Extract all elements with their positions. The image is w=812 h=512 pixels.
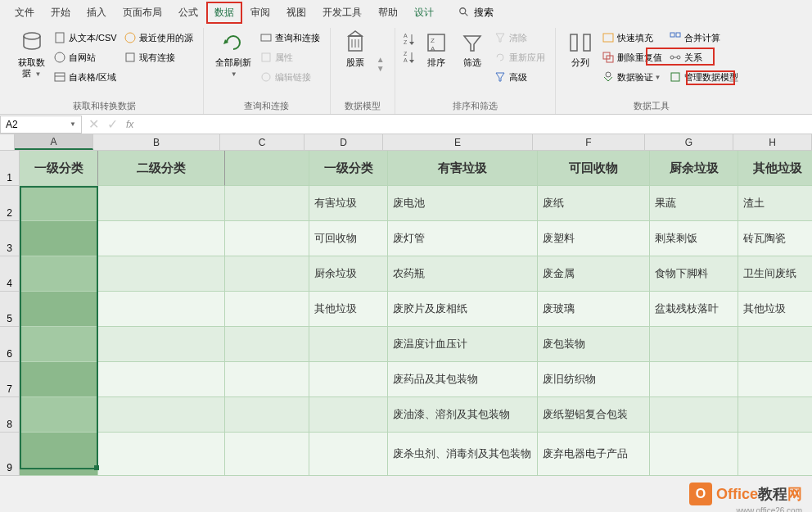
properties-button[interactable]: 属性 bbox=[256, 49, 323, 66]
cell-C8[interactable] bbox=[225, 397, 309, 433]
tab-pagelayout[interactable]: 页面布局 bbox=[115, 2, 170, 24]
cell-B8[interactable] bbox=[98, 397, 225, 433]
row-header-8[interactable]: 8 bbox=[0, 397, 20, 433]
cell-E6[interactable]: 废温度计血压计 bbox=[388, 327, 538, 362]
cell-H6[interactable] bbox=[738, 327, 812, 362]
cell-C6[interactable] bbox=[225, 327, 309, 362]
cell-B1[interactable]: 二级分类 bbox=[98, 151, 225, 186]
confirm-icon[interactable]: ✓ bbox=[107, 116, 118, 132]
consolidate-button[interactable]: 合并计算 bbox=[665, 29, 742, 46]
cell-D1[interactable]: 一级分类 bbox=[309, 151, 388, 186]
row-header-6[interactable]: 6 bbox=[0, 327, 20, 362]
tab-help[interactable]: 帮助 bbox=[370, 2, 406, 24]
cell-E9[interactable]: 废杀虫剂、消毒剂及其包装物 bbox=[388, 433, 538, 476]
data-validation-button[interactable]: 数据验证 ▼ bbox=[598, 69, 665, 85]
sort-za-button[interactable]: ZA bbox=[402, 49, 418, 66]
tab-file[interactable]: 文件 bbox=[7, 2, 43, 24]
cell-H7[interactable] bbox=[738, 362, 812, 397]
cell-E1[interactable]: 有害垃圾 bbox=[388, 151, 538, 186]
cell-A4[interactable] bbox=[20, 256, 98, 292]
row-header-5[interactable]: 5 bbox=[0, 292, 20, 327]
cell-F9[interactable]: 废弃电器电子产品 bbox=[538, 433, 650, 476]
cell-F8[interactable]: 废纸塑铝复合包装 bbox=[538, 397, 650, 433]
cell-G6[interactable] bbox=[650, 327, 738, 362]
cell-A2[interactable] bbox=[20, 186, 98, 221]
col-header-B[interactable]: B bbox=[93, 134, 220, 150]
row-header-4[interactable]: 4 bbox=[0, 256, 20, 292]
fx-icon[interactable]: fx bbox=[126, 119, 133, 130]
cell-C9[interactable] bbox=[225, 433, 309, 476]
col-header-F[interactable]: F bbox=[533, 134, 645, 150]
from-table-button[interactable]: 自表格/区域 bbox=[50, 69, 120, 85]
cell-A1[interactable]: 一级分类 bbox=[20, 151, 98, 186]
filter-button[interactable]: 筛选 bbox=[454, 28, 490, 100]
cell-E7[interactable]: 废药品及其包装物 bbox=[388, 362, 538, 397]
cell-B4[interactable] bbox=[98, 256, 225, 292]
cell-C4[interactable] bbox=[225, 256, 309, 292]
cell-C5[interactable] bbox=[225, 292, 309, 327]
col-header-D[interactable]: D bbox=[304, 134, 383, 150]
cell-G4[interactable]: 食物下脚料 bbox=[650, 256, 738, 292]
stocks-button[interactable]: 股票 bbox=[337, 28, 373, 100]
queries-conn-button[interactable]: 查询和连接 bbox=[256, 29, 323, 46]
tab-dev[interactable]: 开发工具 bbox=[314, 2, 370, 24]
tab-review[interactable]: 审阅 bbox=[242, 2, 278, 24]
cell-D6[interactable] bbox=[309, 327, 388, 362]
cell-H1[interactable]: 其他垃圾 bbox=[738, 151, 812, 186]
clear-filter-button[interactable]: 清除 bbox=[490, 29, 548, 46]
search-group[interactable]: 搜索 bbox=[458, 6, 494, 20]
remove-duplicates-button[interactable]: 删除重复值 bbox=[598, 49, 665, 66]
select-all-corner[interactable] bbox=[0, 134, 15, 150]
cell-D2[interactable]: 有害垃圾 bbox=[309, 186, 388, 221]
cell-G7[interactable] bbox=[650, 362, 738, 397]
manage-data-model-button[interactable]: 管理数据模型 bbox=[665, 69, 742, 85]
formula-input[interactable] bbox=[140, 115, 812, 134]
cell-G9[interactable] bbox=[650, 433, 738, 476]
cell-H3[interactable]: 砖瓦陶瓷 bbox=[738, 221, 812, 256]
col-header-G[interactable]: G bbox=[645, 134, 733, 150]
sort-az-button[interactable]: AZ bbox=[402, 31, 418, 48]
cell-A8[interactable] bbox=[20, 397, 98, 433]
cell-E8[interactable]: 废油漆、溶剂及其包装物 bbox=[388, 397, 538, 433]
col-header-A[interactable]: A bbox=[15, 134, 93, 150]
flash-fill-button[interactable]: 快速填充 bbox=[598, 29, 665, 46]
text-to-columns-button[interactable]: 分列 bbox=[562, 28, 598, 100]
cell-A9[interactable] bbox=[20, 433, 98, 476]
name-box[interactable]: A2 ▼ bbox=[0, 116, 82, 134]
cell-E4[interactable]: 农药瓶 bbox=[388, 256, 538, 292]
cell-G3[interactable]: 剩菜剩饭 bbox=[650, 221, 738, 256]
tab-design[interactable]: 设计 bbox=[406, 2, 442, 24]
cell-C2[interactable] bbox=[225, 186, 309, 221]
row-header-3[interactable]: 3 bbox=[0, 221, 20, 256]
cell-D4[interactable]: 厨余垃圾 bbox=[309, 256, 388, 292]
cell-E3[interactable]: 废灯管 bbox=[388, 221, 538, 256]
cell-E2[interactable]: 废电池 bbox=[388, 186, 538, 221]
cell-B3[interactable] bbox=[98, 221, 225, 256]
tab-formulas[interactable]: 公式 bbox=[170, 2, 206, 24]
cell-F2[interactable]: 废纸 bbox=[538, 186, 650, 221]
from-web-button[interactable]: 自网站 bbox=[50, 49, 120, 66]
cell-B7[interactable] bbox=[98, 362, 225, 397]
reapply-button[interactable]: 重新应用 bbox=[490, 49, 548, 66]
row-header-7[interactable]: 7 bbox=[0, 362, 20, 397]
recent-sources-button[interactable]: 最近使用的源 bbox=[120, 29, 196, 46]
relationships-button[interactable]: 关系 bbox=[665, 49, 742, 66]
row-header-2[interactable]: 2 bbox=[0, 186, 20, 221]
cell-G8[interactable] bbox=[650, 397, 738, 433]
cell-D9[interactable] bbox=[309, 433, 388, 476]
tab-home[interactable]: 开始 bbox=[43, 2, 79, 24]
cell-D8[interactable] bbox=[309, 397, 388, 433]
row-header-1[interactable]: 1 bbox=[0, 151, 20, 186]
cell-C1[interactable] bbox=[225, 151, 309, 186]
cell-A6[interactable] bbox=[20, 327, 98, 362]
cell-D5[interactable]: 其他垃圾 bbox=[309, 292, 388, 327]
row-header-9[interactable]: 9 bbox=[0, 433, 20, 476]
cell-F7[interactable]: 废旧纺织物 bbox=[538, 362, 650, 397]
cell-F1[interactable]: 可回收物 bbox=[538, 151, 650, 186]
cell-F4[interactable]: 废金属 bbox=[538, 256, 650, 292]
from-csv-button[interactable]: 从文本/CSV bbox=[50, 29, 120, 46]
cell-H5[interactable]: 其他垃圾 bbox=[738, 292, 812, 327]
cell-B2[interactable] bbox=[98, 186, 225, 221]
edit-links-button[interactable]: 编辑链接 bbox=[256, 69, 323, 85]
cell-F3[interactable]: 废塑料 bbox=[538, 221, 650, 256]
